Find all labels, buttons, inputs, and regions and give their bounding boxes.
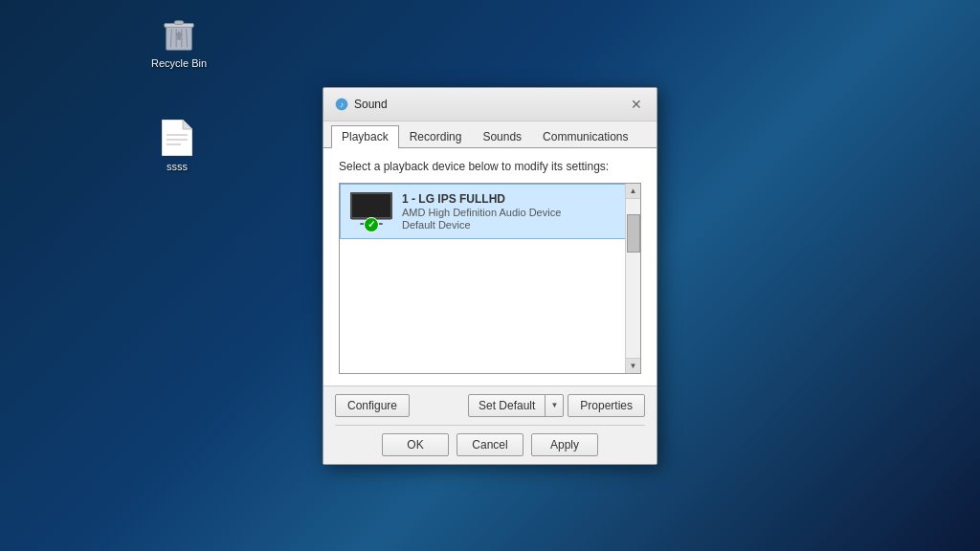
close-button[interactable]: ✕	[628, 96, 645, 113]
device-info: 1 - LG IPS FULLHD AMD High Definition Au…	[402, 192, 630, 231]
set-default-container: Set Default ▼	[468, 394, 564, 417]
device-item[interactable]: ✓ 1 - LG IPS FULLHD AMD High Definition …	[340, 184, 640, 239]
set-default-button[interactable]: Set Default	[469, 395, 546, 416]
device-driver: AMD High Definition Audio Device	[402, 207, 630, 218]
apply-button[interactable]: Apply	[531, 433, 598, 456]
dialog-footer: Configure Set Default ▼ Properties OK Ca…	[323, 386, 657, 464]
default-check-badge: ✓	[364, 217, 379, 232]
device-list[interactable]: ✓ 1 - LG IPS FULLHD AMD High Definition …	[339, 183, 641, 374]
dialog-title-text: Sound	[354, 98, 388, 111]
dialog-body: Select a playback device below to modify…	[323, 148, 657, 386]
tab-communications[interactable]: Communications	[532, 125, 638, 148]
scrollbar[interactable]: ▲ ▼	[625, 184, 640, 373]
cancel-button[interactable]: Cancel	[457, 433, 523, 456]
scroll-down-arrow[interactable]: ▼	[626, 358, 641, 373]
button-row-configure: Configure Set Default ▼ Properties	[335, 394, 645, 417]
dialog-overlay: ♪ Sound ✕ Playback Recording Sounds Comm…	[0, 0, 980, 551]
ok-button[interactable]: OK	[382, 433, 449, 456]
dialog-titlebar: ♪ Sound ✕	[323, 88, 657, 121]
button-row-ok-cancel: OK Cancel Apply	[335, 433, 645, 456]
tab-bar: Playback Recording Sounds Communications	[323, 121, 657, 148]
svg-text:♪: ♪	[340, 100, 344, 109]
dropdown-arrow-icon: ▼	[550, 401, 558, 409]
device-status: Default Device	[402, 219, 630, 231]
sound-dialog-icon: ♪	[335, 98, 348, 111]
configure-button[interactable]: Configure	[335, 394, 410, 417]
check-mark: ✓	[368, 220, 375, 230]
scroll-up-arrow[interactable]: ▲	[626, 184, 641, 199]
instruction-text: Select a playback device below to modify…	[339, 160, 641, 173]
properties-button[interactable]: Properties	[568, 394, 645, 417]
tab-recording[interactable]: Recording	[399, 125, 473, 148]
separator	[335, 425, 645, 426]
btn-group-right: Set Default ▼ Properties	[468, 394, 645, 417]
sound-dialog: ♪ Sound ✕ Playback Recording Sounds Comm…	[323, 87, 657, 465]
tab-playback[interactable]: Playback	[331, 125, 399, 148]
set-default-dropdown-button[interactable]: ▼	[546, 395, 563, 416]
tab-sounds[interactable]: Sounds	[472, 125, 532, 148]
device-name: 1 - LG IPS FULLHD	[402, 192, 630, 206]
svg-rect-15	[352, 194, 390, 217]
scrollbar-thumb[interactable]	[627, 214, 640, 253]
device-icon-wrapper: ✓	[350, 192, 392, 231]
dialog-title-left: ♪ Sound	[335, 98, 388, 111]
